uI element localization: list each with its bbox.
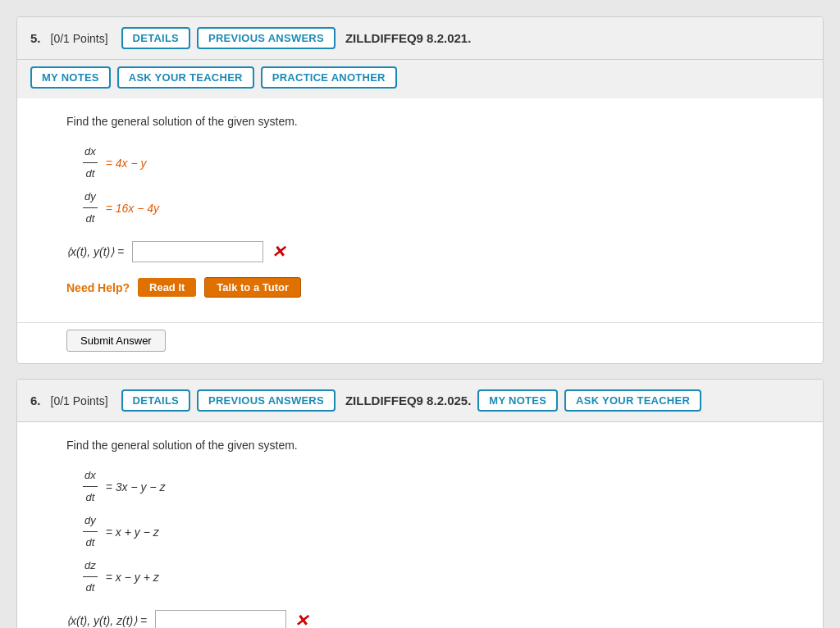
problem-6-eq3: dz dt = x − y + z [83,555,798,598]
problem-6-id: ZILLDIFFEQ9 8.2.025. [345,394,471,407]
problem-6-wrong-icon: ✕ [294,611,308,628]
problem-5-equations: dx dt = 4x − y dy dt = 16x − 4y [83,141,798,230]
eq2-rhs: = 16x − 4y [106,197,159,220]
problem-6-eq1: dx dt = 3x − y − z [83,465,798,508]
problem-5-eq1: dx dt = 4x − y [83,141,798,184]
talk-to-tutor-button-5[interactable]: Talk to a Tutor [204,277,301,298]
eq6-3-rhs: = x − y + z [106,566,159,589]
problem-6-header: 6. [0/1 Points] DETAILS PREVIOUS ANSWERS… [17,380,823,422]
submit-answer-button-5[interactable]: Submit Answer [66,330,166,352]
read-it-button-5[interactable]: Read It [138,278,196,297]
ask-teacher-button-6[interactable]: ASK YOUR TEACHER [564,389,701,412]
problem-5-submit-row: Submit Answer [17,323,823,363]
problem-5-eq2: dy dt = 16x − 4y [83,186,798,230]
details-button-6[interactable]: DETAILS [121,389,190,412]
ask-teacher-button-5[interactable]: ASK YOUR TEACHER [117,66,254,89]
problem-5-instruction: Find the general solution of the given s… [66,115,798,128]
problem-5-wrong-icon: ✕ [272,242,285,262]
problem-6-answer-label: ⟨x(t), y(t), z(t)⟩ = [66,614,147,627]
problem-6-instruction: Find the general solution of the given s… [66,439,798,452]
previous-answers-button-6[interactable]: PREVIOUS ANSWERS [197,389,336,412]
my-notes-button-6[interactable]: MY NOTES [477,389,558,412]
problem-5-body: Find the general solution of the given s… [17,98,823,322]
problem-6-equations: dx dt = 3x − y − z dy dt = x + y − z dz … [83,465,798,598]
fraction-dx-dt-6: dx dt [83,465,98,508]
need-help-label-5: Need Help? [66,281,130,294]
problem-6-body: Find the general solution of the given s… [17,422,823,628]
eq6-2-rhs: = x + y − z [106,521,159,544]
problem-6-answer-row: ⟨x(t), y(t), z(t)⟩ = ✕ [66,610,798,628]
problem-card-5: 5. [0/1 Points] DETAILS PREVIOUS ANSWERS… [16,16,824,364]
eq6-1-rhs: = 3x − y − z [106,476,166,498]
previous-answers-button-5[interactable]: PREVIOUS ANSWERS [197,27,336,49]
problem-6-eq2: dy dt = x + y − z [83,510,798,553]
practice-another-button-5[interactable]: PRACTICE ANOTHER [261,66,397,89]
problem-card-6: 6. [0/1 Points] DETAILS PREVIOUS ANSWERS… [16,379,824,628]
problem-5-notes-row: MY NOTES ASK YOUR TEACHER PRACTICE ANOTH… [17,60,823,98]
problem-5-number: 5. [30,31,41,45]
my-notes-button-5[interactable]: MY NOTES [30,66,111,89]
problem-5-id: ZILLDIFFEQ9 8.2.021. [345,31,471,45]
problem-6-answer-input[interactable] [155,610,286,628]
problem-6-points: [0/1 Points] [51,394,108,407]
eq1-rhs: = 4x − y [106,152,147,175]
fraction-dy-dt-6: dy dt [83,510,98,553]
problem-6-number: 6. [30,394,41,407]
problem-5-header: 5. [0/1 Points] DETAILS PREVIOUS ANSWERS… [17,17,823,60]
fraction-dz-dt-6: dz dt [83,555,98,598]
fraction-dy-dt: dy dt [83,186,98,230]
problem-5-answer-label: ⟨x(t), y(t)⟩ = [66,245,124,258]
details-button-5[interactable]: DETAILS [121,27,190,49]
problem-5-answer-row: ⟨x(t), y(t)⟩ = ✕ [66,241,798,262]
fraction-dx-dt: dx dt [83,141,98,184]
problem-5-points: [0/1 Points] [51,32,108,45]
problem-5-answer-input[interactable] [132,241,263,262]
problem-5-help-row: Need Help? Read It Talk to a Tutor [66,277,798,298]
